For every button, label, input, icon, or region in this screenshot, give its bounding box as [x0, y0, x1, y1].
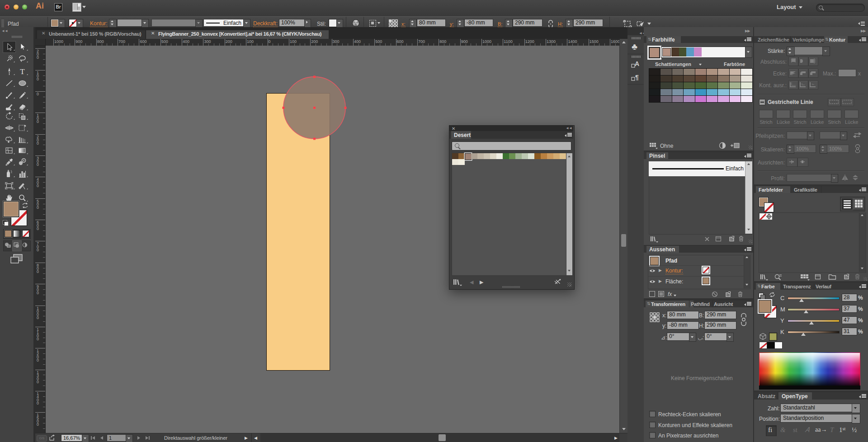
- svg-text:¶: ¶: [635, 74, 639, 81]
- svg-text:T: T: [20, 67, 25, 76]
- svg-text:A: A: [635, 60, 639, 67]
